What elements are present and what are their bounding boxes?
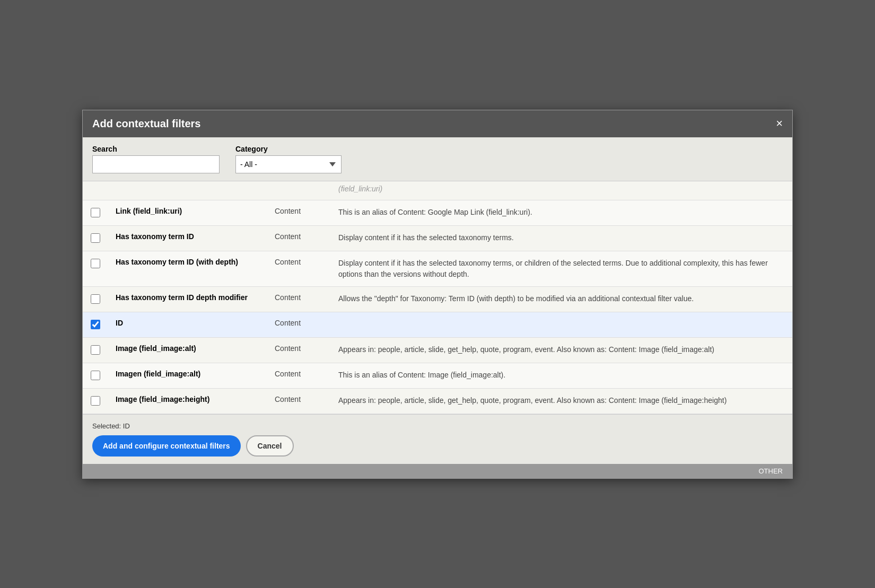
bottom-bar: OTHER [83,464,792,478]
partial-category-cell [267,181,331,200]
filters-table-container: (field_link:uri) Link (field_link:uri) C… [83,181,792,414]
filters-table: (field_link:uri) Link (field_link:uri) C… [83,181,792,414]
close-button[interactable]: × [776,118,783,129]
table-row: Image (field_image:alt) Content Appears … [83,337,792,363]
row-checkbox-taxonomy-depth[interactable] [91,259,100,268]
row-desc-image-height: Appears in: people, article, slide, get_… [331,388,792,414]
add-configure-button[interactable]: Add and configure contextual filters [92,435,241,457]
cancel-button[interactable]: Cancel [246,435,294,457]
checkbox-cell[interactable] [83,337,108,363]
modal: Add contextual filters × Search Category… [82,110,793,479]
checkbox-cell[interactable] [83,286,108,312]
table-row-selected: ID Content [83,312,792,337]
table-row-partial: (field_link:uri) [83,181,792,200]
search-group: Search [92,145,220,173]
row-name-id: ID [108,312,267,337]
category-select[interactable]: - All - Content Other [235,155,342,173]
row-checkbox-link[interactable] [91,208,100,217]
row-name-taxonomy: Has taxonomy term ID [108,225,267,251]
row-checkbox-image-height[interactable] [91,396,100,406]
row-category-depth-modifier: Content [267,286,331,312]
checkbox-cell[interactable] [83,388,108,414]
row-checkbox-id[interactable] [91,320,100,329]
checkbox-cell[interactable] [83,312,108,337]
row-name-taxonomy-depth: Has taxonomy term ID (with depth) [108,251,267,286]
row-name-image-height: Image (field_image:height) [108,388,267,414]
table-row: Has taxonomy term ID depth modifier Cont… [83,286,792,312]
row-checkbox-depth-modifier[interactable] [91,294,100,304]
search-label: Search [92,145,220,153]
row-category-taxonomy-depth: Content [267,251,331,286]
row-category-link: Content [267,200,331,225]
row-category-image-alt: Content [267,337,331,363]
row-category-id: Content [267,312,331,337]
row-desc-taxonomy-depth: Display content if it has the selected t… [331,251,792,286]
modal-title: Add contextual filters [92,118,200,130]
row-name-link: Link (field_link:uri) [108,200,267,225]
table-row: Has taxonomy term ID (with depth) Conten… [83,251,792,286]
table-row: Has taxonomy term ID Content Display con… [83,225,792,251]
checkbox-cell[interactable] [83,251,108,286]
row-category-taxonomy: Content [267,225,331,251]
row-desc-id [331,312,792,337]
checkbox-cell[interactable] [83,225,108,251]
category-group: Category - All - Content Other [235,145,342,173]
modal-footer: Selected: ID Add and configure contextua… [83,414,792,464]
category-select-wrapper: - All - Content Other [235,155,342,173]
partial-name-cell [108,181,267,200]
row-name-image-alt: Image (field_image:alt) [108,337,267,363]
selected-label: Selected: ID [92,422,783,430]
search-bar: Search Category - All - Content Other [83,137,792,181]
partial-check-cell [83,181,108,200]
row-checkbox-taxonomy[interactable] [91,233,100,243]
search-input[interactable] [92,155,220,173]
row-desc-depth-modifier: Allows the "depth" for Taxonomy: Term ID… [331,286,792,312]
modal-header: Add contextual filters × [83,110,792,137]
table-row: Image (field_image:height) Content Appea… [83,388,792,414]
row-name-depth-modifier: Has taxonomy term ID depth modifier [108,286,267,312]
row-desc-link: This is an alias of Content: Google Map … [331,200,792,225]
row-category-imagen-alt: Content [267,363,331,388]
row-checkbox-imagen-alt[interactable] [91,371,100,380]
footer-buttons: Add and configure contextual filters Can… [92,435,783,457]
row-name-imagen-alt: Imagen (field_image:alt) [108,363,267,388]
row-desc-taxonomy: Display content if it has the selected t… [331,225,792,251]
table-row: Imagen (field_image:alt) Content This is… [83,363,792,388]
row-checkbox-image-alt[interactable] [91,345,100,355]
checkbox-cell[interactable] [83,363,108,388]
row-desc-image-alt: Appears in: people, article, slide, get_… [331,337,792,363]
row-category-image-height: Content [267,388,331,414]
row-desc-imagen-alt: This is an alias of Content: Image (fiel… [331,363,792,388]
category-label: Category [235,145,342,153]
checkbox-cell[interactable] [83,200,108,225]
partial-desc-cell: (field_link:uri) [331,181,792,200]
table-row: Link (field_link:uri) Content This is an… [83,200,792,225]
